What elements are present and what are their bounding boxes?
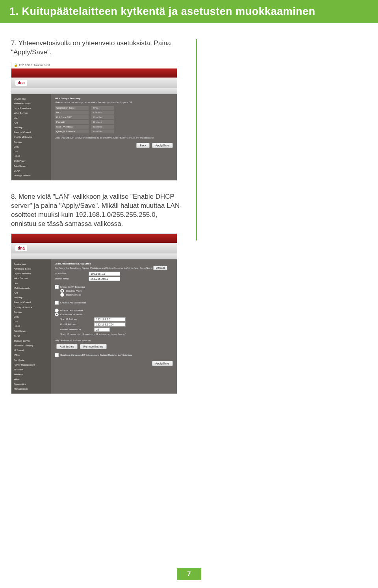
sidebar-item[interactable]: Diagnostics xyxy=(14,382,48,386)
sidebar-item[interactable]: Interface Grouping xyxy=(14,343,48,348)
sidebar-item[interactable]: Quality of Service xyxy=(14,135,48,139)
section-title: 1. Kuitupäätelaitteen kytkentä ja asetus… xyxy=(9,6,369,18)
end-ip-input[interactable]: 192.168.1.254 xyxy=(94,322,126,327)
sidebar-item[interactable]: NAT xyxy=(14,290,48,295)
lan-firewall-checkbox[interactable] xyxy=(55,301,59,305)
mode-block-radio[interactable] xyxy=(60,293,64,297)
end-ip-label: End IP Address: xyxy=(60,323,92,325)
sidebar-item[interactable]: LAN xyxy=(14,116,48,120)
sidebar-item[interactable]: UPnP xyxy=(14,154,48,159)
sidebar-item[interactable]: DLNA xyxy=(14,334,48,338)
row-val: Enabled xyxy=(91,120,114,124)
panel-note: Make sure that the settings below match … xyxy=(55,101,173,104)
sidebar-item[interactable]: WAN Service xyxy=(14,111,48,115)
row-val: Disabled xyxy=(91,125,114,129)
row-key: Quality Of Service: xyxy=(55,129,89,133)
sidebar-item[interactable]: DSL xyxy=(14,149,48,154)
sidebar-item[interactable]: Device Info xyxy=(14,96,48,101)
sidebar-item[interactable]: Security xyxy=(14,295,48,300)
sidebar-item[interactable]: DNS Proxy xyxy=(14,159,48,163)
sidebar-item[interactable]: Multicast xyxy=(14,367,48,372)
sidebar-item[interactable]: UPnP xyxy=(14,324,48,329)
row-val: Disabled xyxy=(91,129,114,133)
row-key: Firewall: xyxy=(55,120,89,124)
dhcp-disable-radio[interactable] xyxy=(55,309,59,312)
row-val: Enabled xyxy=(91,111,114,115)
lease-label: Leased Time (hour): xyxy=(60,328,92,331)
back-button[interactable]: Back xyxy=(136,143,150,148)
apply-save-button[interactable]: Apply/Save xyxy=(152,143,173,148)
row-val: IPoE xyxy=(91,106,114,110)
mode-std-radio[interactable] xyxy=(60,289,64,293)
mode-std-label: Standard Mode xyxy=(66,289,82,292)
igmp-checkbox[interactable] xyxy=(55,285,59,289)
sidebar-item[interactable]: Storage Service xyxy=(14,173,48,178)
sidebar-item[interactable]: Parental Control xyxy=(14,300,48,305)
sidebar-item[interactable]: Voice xyxy=(14,377,48,381)
start-ip-input[interactable]: 192.168.1.2 xyxy=(94,317,126,322)
column-divider xyxy=(196,39,197,240)
section-header: 1. Kuitupäätelaitteen kytkentä ja asetus… xyxy=(0,0,378,23)
sidebar-item[interactable]: WAN Service xyxy=(14,276,48,281)
sidebar-item[interactable]: Quality of Service xyxy=(14,305,48,310)
sidebar-item[interactable]: Certificate xyxy=(14,358,48,362)
page-number: 7 xyxy=(177,568,201,580)
sidebar-item[interactable]: Routing xyxy=(14,310,48,314)
igmp-label: Enable IGMP Snooping xyxy=(60,285,85,288)
row-val: Disabled xyxy=(91,115,114,119)
sidebar-item[interactable]: DNS xyxy=(14,314,48,319)
lease-input[interactable]: 24 xyxy=(94,327,110,332)
apply-save-button[interactable]: Apply/Save xyxy=(152,361,173,366)
right-column xyxy=(209,39,367,406)
mode-block-label: Blocking Mode xyxy=(66,293,81,296)
dhcp-enable-radio[interactable] xyxy=(55,312,59,316)
screenshot-lan: dna Device Info Advanced Setup Layer2 In… xyxy=(11,233,177,394)
row-key: IGMP Multicast: xyxy=(55,125,89,129)
sidebar-item[interactable]: NAT xyxy=(14,120,48,125)
ip-input[interactable]: 192.168.1.1 xyxy=(89,272,120,276)
sidebar-item[interactable]: Management xyxy=(14,386,48,391)
sidebar-item[interactable]: Print Server xyxy=(14,329,48,333)
sidebar-item[interactable]: LAN xyxy=(14,281,48,286)
sidebar-item[interactable]: IP Tunnel xyxy=(14,348,48,353)
sidebar-item[interactable]: Device Info xyxy=(14,262,48,266)
panel-footer-note: Click "Apply/Save" to have this interfac… xyxy=(55,137,173,139)
sidebar-item[interactable]: DSL xyxy=(14,319,48,324)
mask-input[interactable]: 255.255.255.0 xyxy=(89,277,120,281)
sidebar-item[interactable]: Power Management xyxy=(14,362,48,367)
sidebar-item[interactable]: DNS xyxy=(14,144,48,149)
panel-note: Configure the Broadband Router IP Addres… xyxy=(55,266,173,269)
router-sidebar: Device Info Advanced Setup Layer2 Interf… xyxy=(11,94,51,180)
sidebar-item[interactable]: Layer2 Interface xyxy=(14,271,48,276)
sidebar-item[interactable]: DLNA xyxy=(14,168,48,173)
dna-logo: dna xyxy=(15,80,27,86)
add-entries-button[interactable]: Add Entries xyxy=(56,344,78,349)
dhcp-enable-label: Enable DHCP Server xyxy=(60,313,83,315)
second-ip-checkbox[interactable] xyxy=(55,353,59,357)
sidebar-item[interactable]: Storage Service xyxy=(14,338,48,343)
browser-url: 🔒 192.168.1.1/main.html xyxy=(11,62,177,68)
router-sidebar: Device Info Advanced Setup Layer2 Interf… xyxy=(11,259,51,394)
second-ip-label: Configure the second IP Address and Subn… xyxy=(60,353,132,356)
sidebar-item[interactable]: Wireless xyxy=(14,372,48,377)
lease-table-header: MAC Address IP Address Remove xyxy=(55,338,173,342)
group-select[interactable]: Default xyxy=(153,266,167,270)
row-key: NAT: xyxy=(55,111,89,115)
sidebar-item[interactable]: Print Server xyxy=(14,164,48,168)
static-lease-note: Static IP Lease List: (A maximum 32 entr… xyxy=(60,333,173,335)
sidebar-item[interactable]: Routing xyxy=(14,140,48,144)
row-key: Full Cone NAT: xyxy=(55,115,89,119)
step-8-text: 8. Mene vielä "LAN"-valikkoon ja valitse… xyxy=(11,192,184,229)
sidebar-item[interactable]: IPv6 Autoconfig xyxy=(14,286,48,290)
sidebar-item[interactable]: Layer2 Interface xyxy=(14,106,48,111)
remove-entries-button[interactable]: Remove Entries xyxy=(80,344,107,349)
sidebar-item[interactable]: Security xyxy=(14,125,48,130)
sidebar-item[interactable]: IPSec xyxy=(14,353,48,357)
sidebar-item[interactable]: Advanced Setup xyxy=(14,266,48,271)
router-content: WAN Setup - Summary Make sure that the s… xyxy=(51,94,177,180)
dna-logo: dna xyxy=(15,245,27,251)
sidebar-item[interactable]: Advanced Setup xyxy=(14,101,48,106)
url-text: 192.168.1.1/main.html xyxy=(19,63,50,67)
sidebar-item[interactable]: Parental Control xyxy=(14,130,48,135)
panel-heading: Local Area Network (LAN) Setup xyxy=(55,263,173,265)
